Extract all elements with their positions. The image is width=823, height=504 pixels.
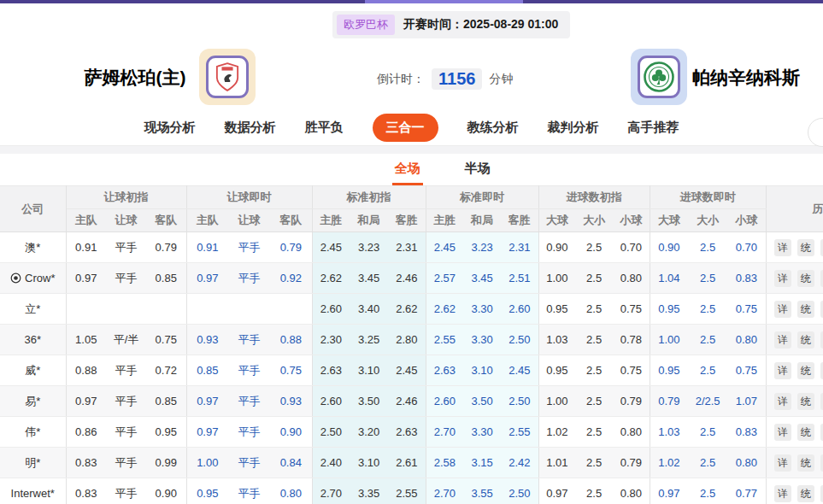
stats-button[interactable]: 统 [797, 362, 814, 379]
odds-cell[interactable]: 2.60 [501, 294, 538, 325]
odds-cell[interactable]: 0.75 [270, 355, 312, 386]
odds-cell[interactable]: 1.03 [650, 417, 688, 448]
subtab-full-match[interactable]: 全场 [392, 161, 423, 185]
odds-cell[interactable]: 平手 [106, 386, 146, 417]
odds-cell[interactable]: 0.95 [650, 355, 688, 386]
odds-cell[interactable]: 0.75 [613, 355, 650, 386]
odds-cell[interactable] [270, 294, 312, 325]
same-odds-button[interactable]: 同 [820, 301, 823, 318]
odds-cell[interactable]: 3.25 [350, 325, 388, 355]
details-button[interactable]: 详 [774, 301, 791, 318]
odds-cell[interactable]: 平手 [106, 417, 146, 448]
odds-cell[interactable]: 2.55 [388, 478, 426, 504]
odds-cell[interactable]: 0.85 [146, 386, 186, 417]
odds-cell[interactable]: 平手 [228, 448, 270, 478]
odds-cell[interactable]: 1.00 [538, 386, 575, 417]
league-badge[interactable]: 欧罗巴杯 [337, 15, 395, 35]
odds-cell[interactable]: 1.07 [727, 386, 766, 417]
odds-cell[interactable]: 0.90 [146, 478, 186, 504]
stats-button[interactable]: 统 [797, 270, 814, 287]
odds-cell[interactable]: 0.97 [186, 386, 228, 417]
tab-coach-analysis[interactable]: 教练分析 [467, 120, 519, 136]
odds-cell[interactable]: 0.72 [146, 355, 186, 386]
odds-cell[interactable]: 0.75 [727, 294, 766, 325]
details-button[interactable]: 详 [774, 393, 791, 410]
odds-cell[interactable] [146, 294, 186, 325]
odds-cell[interactable]: 0.92 [270, 263, 312, 294]
same-odds-button[interactable]: 同 [820, 393, 823, 410]
tab-data-analysis[interactable]: 数据分析 [225, 120, 276, 136]
odds-cell[interactable]: 2.5 [575, 325, 613, 355]
odds-cell[interactable]: 1.00 [650, 325, 688, 355]
odds-cell[interactable]: 0.97 [650, 478, 688, 504]
odds-cell[interactable]: 2.60 [426, 386, 463, 417]
odds-cell[interactable]: 2.61 [388, 448, 426, 478]
same-odds-button[interactable]: 同 [820, 331, 823, 349]
same-odds-button[interactable]: 同 [820, 270, 823, 287]
odds-cell[interactable]: 2.70 [312, 478, 350, 504]
odds-cell[interactable]: 2/2.5 [688, 386, 727, 417]
odds-cell[interactable]: 2.45 [426, 232, 463, 263]
odds-cell[interactable]: 0.79 [613, 386, 650, 417]
odds-cell[interactable]: 3.10 [350, 355, 388, 386]
odds-cell[interactable]: 平手 [106, 355, 146, 386]
odds-cell[interactable]: 2.45 [501, 355, 538, 386]
odds-cell[interactable]: 0.97 [538, 478, 575, 504]
odds-cell[interactable]: 2.46 [388, 263, 426, 294]
odds-cell[interactable]: 0.80 [613, 417, 650, 448]
odds-cell[interactable]: 2.5 [575, 386, 613, 417]
odds-cell[interactable]: 平手 [106, 232, 146, 263]
details-button[interactable]: 详 [774, 424, 791, 441]
odds-cell[interactable]: 0.97 [66, 263, 106, 294]
odds-cell[interactable]: 0.90 [270, 417, 312, 448]
odds-cell[interactable]: 2.5 [688, 263, 727, 294]
odds-cell[interactable]: 平手 [106, 263, 146, 294]
odds-cell[interactable]: 0.79 [270, 232, 312, 263]
odds-cell[interactable]: 1.03 [538, 325, 575, 355]
odds-cell[interactable]: 2.62 [388, 294, 426, 325]
odds-cell[interactable]: 0.97 [186, 417, 228, 448]
odds-cell[interactable]: 2.70 [426, 478, 463, 504]
stats-button[interactable]: 统 [797, 301, 814, 318]
odds-cell[interactable]: 0.95 [650, 294, 688, 325]
odds-cell[interactable]: 3.30 [463, 325, 501, 355]
odds-cell[interactable]: 0.70 [727, 232, 766, 263]
odds-cell[interactable]: 2.30 [312, 325, 350, 355]
stats-button[interactable]: 统 [797, 239, 814, 256]
stats-button[interactable]: 统 [797, 485, 814, 502]
odds-cell[interactable]: 2.5 [688, 417, 727, 448]
odds-cell[interactable]: 1.05 [66, 325, 106, 355]
odds-cell[interactable]: 0.80 [270, 478, 312, 504]
odds-cell[interactable]: 2.51 [501, 263, 538, 294]
odds-cell[interactable]: 0.77 [727, 478, 766, 504]
odds-cell[interactable]: 0.86 [66, 417, 106, 448]
same-odds-button[interactable]: 同 [820, 454, 823, 472]
odds-cell[interactable]: 0.79 [613, 448, 650, 478]
odds-cell[interactable]: 2.55 [426, 325, 463, 355]
odds-cell[interactable]: 0.79 [650, 386, 688, 417]
odds-cell[interactable]: 2.40 [312, 448, 350, 478]
odds-cell[interactable] [66, 294, 106, 325]
tab-live-analysis[interactable]: 现场分析 [144, 120, 196, 136]
odds-cell[interactable]: 平手 [228, 325, 270, 355]
odds-cell[interactable]: 0.75 [613, 294, 650, 325]
odds-cell[interactable]: 0.80 [727, 325, 766, 355]
odds-cell[interactable]: 2.63 [426, 355, 463, 386]
odds-cell[interactable]: 1.02 [538, 417, 575, 448]
odds-cell[interactable]: 0.75 [727, 355, 766, 386]
stats-button[interactable]: 统 [797, 424, 814, 441]
odds-cell[interactable]: 0.75 [146, 325, 186, 355]
odds-cell[interactable]: 2.50 [501, 478, 538, 504]
away-team-logo[interactable] [631, 49, 687, 105]
odds-cell[interactable]: 0.88 [270, 325, 312, 355]
odds-cell[interactable]: 2.55 [501, 417, 538, 448]
odds-cell[interactable]: 3.50 [350, 386, 388, 417]
odds-cell[interactable]: 1.00 [186, 448, 228, 478]
odds-cell[interactable]: 平手 [106, 478, 146, 504]
odds-cell[interactable]: 2.50 [501, 386, 538, 417]
odds-cell[interactable]: 平手 [106, 448, 146, 478]
odds-cell[interactable]: 2.5 [575, 478, 613, 504]
details-button[interactable]: 详 [774, 485, 791, 502]
odds-cell[interactable]: 平手 [228, 478, 270, 504]
odds-cell[interactable]: 2.5 [575, 232, 613, 263]
